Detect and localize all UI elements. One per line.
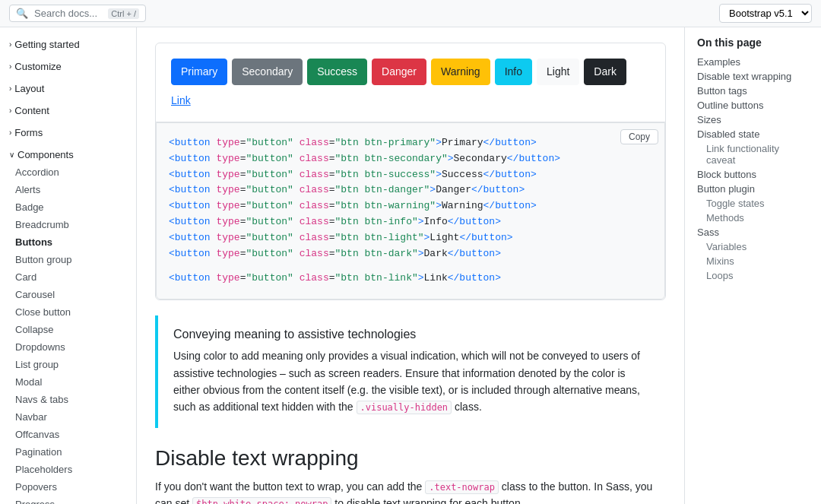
page-nav-item-sass[interactable]: Sass	[697, 225, 809, 239]
sidebar-item-getting-started[interactable]: › Getting started	[0, 36, 136, 53]
demo-btn-secondary[interactable]: Secondary	[232, 59, 303, 85]
page-nav-item-toggle-states[interactable]: Toggle states	[697, 196, 809, 211]
sidebar-item-alerts[interactable]: Alerts	[0, 181, 136, 198]
sidebar-item-buttons[interactable]: Buttons	[0, 233, 136, 251]
disable-text-3: to disable text wrapping for each button…	[334, 497, 523, 504]
link-button[interactable]: Link	[171, 94, 191, 106]
code-line-8: <button type="button" class="btn btn-lin…	[169, 271, 652, 287]
page-nav-item-disabled-state[interactable]: Disabled state	[697, 127, 809, 141]
copy-button[interactable]: Copy	[620, 129, 658, 144]
page-nav: On this page ExamplesDisable text wrappi…	[684, 27, 821, 504]
demo-btn-light[interactable]: Light	[537, 59, 579, 85]
disable-wrap-text: If you don't want the button text to wra…	[155, 478, 666, 504]
sidebar-item-layout[interactable]: › Layout	[0, 80, 136, 97]
sidebar-group-label-forms: Forms	[14, 127, 43, 138]
sidebar-item-badge[interactable]: Badge	[0, 198, 136, 216]
page-nav-item-link-functionality-caveat[interactable]: Link functionality caveat	[697, 141, 809, 167]
code-block: Copy <button type="button" class="btn bt…	[156, 122, 665, 300]
sidebar-group-label-components: Components	[17, 149, 74, 160]
code-line-3: <button type="button" class="btn btn-dan…	[169, 182, 652, 198]
code-line-6: <button type="button" class="btn btn-lig…	[169, 230, 652, 246]
demo-btn-danger[interactable]: Danger	[372, 59, 426, 85]
chevron-right-icon-4: ›	[9, 106, 11, 115]
sidebar-group-layout: › Layout	[0, 78, 136, 100]
code-line-4: <button type="button" class="btn btn-war…	[169, 198, 652, 214]
demo-btn-warning[interactable]: Warning	[431, 59, 490, 85]
sidebar-item-placeholders[interactable]: Placeholders	[0, 461, 136, 478]
sidebar-item-navbar[interactable]: Navbar	[0, 408, 136, 426]
info-box: Conveying meaning to assistive technolog…	[155, 315, 666, 428]
sidebar-item-pagination[interactable]: Pagination	[0, 443, 136, 461]
info-box-text: Using color to add meaning only provides…	[173, 347, 651, 416]
demo-box: PrimarySecondarySuccessDangerWarningInfo…	[156, 43, 665, 122]
sidebar-item-button-group[interactable]: Button group	[0, 251, 136, 268]
demo-btn-info[interactable]: Info	[495, 59, 532, 85]
sidebar-group-label-customize: Customize	[14, 61, 61, 72]
sidebar-item-modal[interactable]: Modal	[0, 373, 136, 391]
disable-code-2: $btn-white-space: nowrap	[192, 497, 331, 504]
sidebar-item-components[interactable]: ∨ Components	[0, 146, 136, 163]
page-nav-item-outline-buttons[interactable]: Outline buttons	[697, 98, 809, 113]
code-line-7: <button type="button" class="btn btn-dar…	[169, 246, 652, 262]
sidebar-group-label-layout: Layout	[14, 83, 44, 94]
page-nav-item-block-buttons[interactable]: Block buttons	[697, 167, 809, 182]
chevron-right-icon-2: ›	[9, 62, 11, 71]
chevron-right-icon-5: ›	[9, 128, 11, 137]
sidebar-group-forms: › Forms	[0, 122, 136, 144]
demo-btn-dark[interactable]: Dark	[584, 59, 626, 85]
sidebar-item-accordion[interactable]: Accordion	[0, 163, 136, 181]
search-box[interactable]: 🔍 Search docs... Ctrl + /	[9, 5, 146, 22]
page-nav-item-loops[interactable]: Loops	[697, 268, 809, 283]
sidebar-item-close-button[interactable]: Close button	[0, 303, 136, 321]
sidebar: › Getting started › Customize › Layout ›…	[0, 27, 137, 504]
sidebar-item-card[interactable]: Card	[0, 268, 136, 286]
disable-wrap-title: Disable text wrapping	[155, 446, 666, 471]
chevron-right-icon: ›	[9, 40, 11, 49]
page-nav-item-disable-text-wrapping[interactable]: Disable text wrapping	[697, 69, 809, 84]
page-nav-item-variables[interactable]: Variables	[697, 239, 809, 254]
sidebar-item-carousel[interactable]: Carousel	[0, 286, 136, 303]
component-items-list: AccordionAlertsBadgeBreadcrumbButtonsBut…	[0, 163, 136, 504]
info-text-2: class.	[455, 401, 482, 413]
sidebar-item-progress[interactable]: Progress	[0, 496, 136, 504]
page-nav-item-methods[interactable]: Methods	[697, 211, 809, 225]
sidebar-item-breadcrumb[interactable]: Breadcrumb	[0, 216, 136, 233]
demo-btn-success[interactable]: Success	[307, 59, 367, 85]
code-line-5: <button type="button" class="btn btn-inf…	[169, 214, 652, 230]
info-code: .visually-hidden	[357, 401, 452, 414]
page-nav-item-mixins[interactable]: Mixins	[697, 254, 809, 268]
sidebar-group-label-content: Content	[14, 105, 49, 116]
sidebar-item-dropdowns[interactable]: Dropdowns	[0, 338, 136, 356]
sidebar-item-forms[interactable]: › Forms	[0, 124, 136, 141]
search-icon: 🔍	[16, 8, 28, 19]
info-box-title: Conveying meaning to assistive technolog…	[173, 328, 651, 341]
sidebar-item-navs-&-tabs[interactable]: Navs & tabs	[0, 391, 136, 408]
sidebar-item-list-group[interactable]: List group	[0, 356, 136, 373]
sidebar-item-collapse[interactable]: Collapse	[0, 321, 136, 338]
demo-btn-primary[interactable]: Primary	[171, 59, 227, 85]
sidebar-group-content: › Content	[0, 100, 136, 122]
sidebar-item-popovers[interactable]: Popovers	[0, 478, 136, 496]
chevron-down-icon: ∨	[9, 151, 14, 159]
page-nav-item-button-plugin[interactable]: Button plugin	[697, 182, 809, 196]
page-nav-item-button-tags[interactable]: Button tags	[697, 84, 809, 98]
sidebar-item-customize[interactable]: › Customize	[0, 58, 136, 75]
sidebar-group-components: ∨ Components AccordionAlertsBadgeBreadcr…	[0, 144, 136, 504]
code-line-1: <button type="button" class="btn btn-sec…	[169, 151, 652, 167]
main-content: PrimarySecondarySuccessDangerWarningInfo…	[137, 27, 684, 504]
disable-code-1: .text-nowrap	[425, 480, 499, 494]
page-nav-title: On this page	[697, 36, 809, 49]
disable-text-1: If you don't want the button text to wra…	[155, 480, 422, 493]
sidebar-group-getting-started: › Getting started	[0, 33, 136, 55]
page-nav-item-sizes[interactable]: Sizes	[697, 113, 809, 127]
search-shortcut: Ctrl + /	[108, 8, 139, 19]
page-nav-item-examples[interactable]: Examples	[697, 55, 809, 69]
sidebar-group-customize: › Customize	[0, 55, 136, 78]
main-layout: › Getting started › Customize › Layout ›…	[0, 27, 821, 504]
version-select[interactable]: Bootstrap v5.1Bootstrap v5.0Bootstrap v4	[719, 4, 812, 23]
sidebar-item-content[interactable]: › Content	[0, 102, 136, 119]
demo-code-wrapper: PrimarySecondarySuccessDangerWarningInfo…	[155, 43, 666, 300]
search-placeholder: Search docs...	[34, 8, 97, 19]
sidebar-item-offcanvas[interactable]: Offcanvas	[0, 426, 136, 443]
sidebar-group-label-getting-started: Getting started	[14, 39, 79, 50]
